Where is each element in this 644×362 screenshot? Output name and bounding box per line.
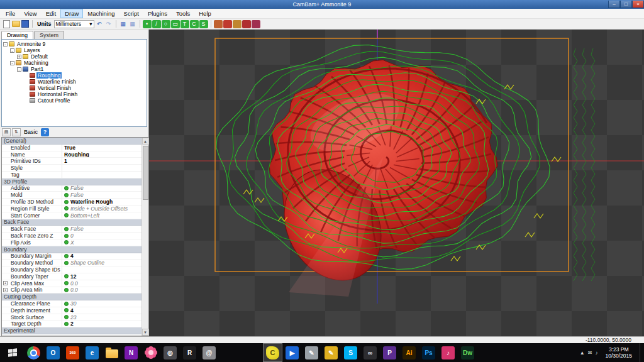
mop-profile-icon[interactable] (214, 20, 223, 28)
office-365-icon[interactable]: 365 (63, 343, 82, 362)
taskbar-clock[interactable]: 3:23 PM 10/30/2015 (601, 346, 636, 359)
paint-icon[interactable]: ✎ (302, 343, 321, 362)
property-category-experimental[interactable]: Experimental (2, 327, 142, 334)
mop-pocket-icon[interactable] (223, 20, 232, 28)
tree-node-cutout-profile[interactable]: +Cutout Profile (2, 97, 147, 104)
property-row-clip-area-max[interactable]: +Clip Area Max0.0 (2, 280, 142, 287)
property-scrollbar[interactable]: ▲ ▼ (142, 138, 148, 336)
property-row-back-face[interactable]: Back FaceFalse (2, 226, 142, 233)
illustrator-icon[interactable]: Ai (399, 343, 419, 362)
property-category-boundary[interactable]: Boundary (2, 246, 142, 253)
tree-node-ammonite-9[interactable]: -Ammonite 9 (2, 41, 147, 47)
property-row-boundary-method[interactable]: Boundary MethodShape Outline (2, 260, 142, 266)
draw-surface-icon[interactable]: S (199, 20, 208, 28)
default-value-icon[interactable] (64, 308, 69, 312)
mop-engrave-icon[interactable] (233, 20, 242, 28)
mop-3d-icon[interactable] (252, 20, 260, 28)
property-value[interactable] (62, 266, 142, 273)
3d-viewport[interactable] (149, 30, 644, 336)
help-icon[interactable]: ? (41, 128, 49, 136)
default-value-icon[interactable] (64, 261, 69, 265)
default-value-icon[interactable] (64, 186, 69, 190)
default-value-icon[interactable] (64, 213, 69, 217)
default-value-icon[interactable] (64, 206, 69, 211)
draw-rect-icon[interactable]: ▭ (171, 20, 180, 28)
property-category-3d-profile[interactable]: 3D Profile (2, 178, 142, 185)
tree-node-vertical-finish[interactable]: +Vertical Finish (2, 85, 147, 91)
tray-icon-1[interactable]: ✉ (588, 350, 592, 356)
menu-draw[interactable]: Draw (60, 9, 83, 18)
mop-drill-icon[interactable] (242, 20, 251, 28)
property-value[interactable]: 30 (62, 300, 142, 307)
expand-icon[interactable]: + (3, 281, 8, 285)
drawing-tree[interactable]: -Ammonite 9-Layers+Default-Machining-Par… (1, 39, 147, 127)
itunes-icon[interactable]: ♪ (438, 343, 458, 362)
default-value-icon[interactable] (64, 315, 69, 319)
property-row-boundary-taper[interactable]: Boundary Taper12 (2, 273, 142, 280)
property-row-boundary-margin[interactable]: Boundary Margin4 (2, 253, 142, 260)
property-value[interactable]: 0 (62, 233, 142, 239)
menu-script[interactable]: Script (119, 9, 143, 18)
property-value[interactable]: 4 (62, 307, 142, 314)
start-button[interactable] (1, 343, 24, 362)
default-value-icon[interactable] (64, 274, 69, 278)
open-file-icon[interactable] (11, 20, 20, 28)
tray-icon-2[interactable]: ♪ (595, 350, 597, 356)
maximize-button[interactable]: □ (620, 1, 632, 8)
property-category-back-face[interactable]: Back Face (2, 219, 142, 226)
expand-icon[interactable]: + (3, 288, 8, 292)
default-value-icon[interactable] (64, 234, 69, 238)
property-row-depth-increment[interactable]: Depth Increment4 (2, 307, 142, 314)
default-value-icon[interactable] (64, 193, 69, 197)
tree-expander-icon[interactable]: + (17, 55, 21, 59)
grid-toggle-icon[interactable]: ▦ (119, 20, 128, 28)
property-value[interactable]: X (62, 239, 142, 246)
property-row-region-fill-style[interactable]: Region Fill StyleInside + Outside Offset… (2, 206, 142, 212)
menu-edit[interactable]: Edit (42, 9, 60, 18)
property-row-enabled[interactable]: EnabledTrue (2, 145, 142, 151)
powerpoint-icon[interactable]: P (380, 343, 399, 362)
categorized-view-icon[interactable]: ▤ (2, 128, 11, 136)
file-explorer-icon[interactable] (102, 343, 121, 362)
property-value[interactable]: False (62, 185, 142, 192)
property-value[interactable]: Shape Outline (62, 260, 142, 266)
property-row-primitive-ids[interactable]: Primitive IDs1 (2, 158, 142, 165)
property-value[interactable]: Waterline Rough (62, 199, 142, 205)
default-value-icon[interactable] (64, 288, 69, 292)
property-value[interactable]: Bottom+Left (62, 212, 142, 219)
default-value-icon[interactable] (64, 254, 69, 258)
menu-file[interactable]: File (1, 9, 19, 18)
default-value-icon[interactable] (64, 227, 69, 231)
property-row-clearance-plane[interactable]: Clearance Plane30 (2, 300, 142, 307)
tray-icon-0[interactable]: ▲ (580, 350, 585, 356)
tree-node-default[interactable]: +Default (2, 53, 147, 60)
property-value[interactable] (62, 172, 142, 178)
property-value[interactable]: 4 (62, 253, 142, 260)
property-value[interactable]: Roughing (62, 151, 142, 158)
menu-view[interactable]: View (19, 9, 41, 18)
draw-circle-icon[interactable]: ○ (162, 20, 170, 28)
dreamweaver-icon[interactable]: Dw (458, 343, 477, 362)
infinity-icon[interactable]: ∞ (360, 343, 380, 362)
menu-machining[interactable]: Machining (83, 9, 119, 18)
scroll-down-icon[interactable]: ▼ (142, 329, 149, 336)
title-bar[interactable]: CamBam+ Ammonite 9 –□× (0, 0, 644, 9)
menu-tools[interactable]: Tools (172, 9, 194, 18)
snap-grid-icon[interactable]: ▦ (128, 20, 137, 28)
spiral-viewer-icon[interactable]: @ (199, 343, 219, 362)
minimize-button[interactable]: – (608, 1, 620, 8)
property-value[interactable]: True (62, 145, 142, 151)
save-file-icon[interactable] (21, 20, 30, 28)
undo-icon[interactable]: ↶ (95, 20, 104, 28)
tree-node-waterline-finish[interactable]: +Waterline Finish (2, 79, 147, 85)
photoshop-icon[interactable]: Ps (419, 343, 438, 362)
property-row-start-corner[interactable]: Start CornerBottom+Left (2, 212, 142, 219)
property-value[interactable]: False (62, 192, 142, 198)
property-value[interactable]: 1 (62, 158, 142, 164)
tree-node-machining[interactable]: -Machining (2, 60, 147, 66)
default-value-icon[interactable] (64, 322, 69, 326)
draw-point-icon[interactable]: • (143, 20, 152, 28)
tree-expander-icon[interactable]: - (3, 42, 8, 47)
steam-icon[interactable]: ◎ (160, 343, 180, 362)
property-value[interactable]: Inside + Outside Offsets (62, 206, 142, 212)
